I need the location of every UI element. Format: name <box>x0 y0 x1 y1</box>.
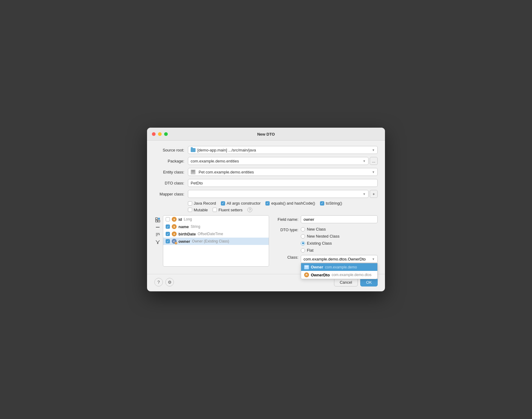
radio-group: New Class New Nested Class Existing Clas… <box>301 227 340 253</box>
package-value: com.example.demo.entities <box>191 159 239 163</box>
new-dto-dialog: New DTO Source root: [demo-app.main] ...… <box>147 128 385 291</box>
tostring-label: toString() <box>326 201 342 206</box>
field-checkbox-name[interactable] <box>166 224 170 229</box>
class-dropdown-popup: Owner com.example.demo R OwnerDto com.ex… <box>301 263 378 279</box>
source-root-row: Source root: [demo-app.main] .../src/mai… <box>154 146 378 154</box>
field-name-id: id <box>178 217 182 222</box>
main-content: a id Long a name String a <box>154 215 378 267</box>
dto-class-row: DTO class: <box>154 179 378 187</box>
field-type-name: String <box>191 224 200 229</box>
radio-flat[interactable]: Flat <box>301 248 340 253</box>
dto-type-label: DTO type: <box>274 227 298 232</box>
equals-hashcode-checkbox[interactable]: equals() and hashCode() <box>265 201 315 206</box>
source-root-dropdown[interactable]: [demo-app.main] .../src/main/java ▼ <box>188 146 378 154</box>
radio-label-flat: Flat <box>307 248 314 253</box>
equals-hashcode-label: equals() and hashCode() <box>271 201 315 206</box>
left-toolbar <box>154 215 163 267</box>
right-panel: Field name: DTO type: New Class New Nest… <box>274 215 378 267</box>
sort-button[interactable] <box>154 231 161 238</box>
owner-item-package: com.example.demo <box>325 265 357 269</box>
dialog-title: New DTO <box>257 132 275 137</box>
mapper-add-button[interactable]: + <box>370 190 378 198</box>
filter-button[interactable] <box>154 239 161 245</box>
mapper-class-dropdown[interactable]: ▼ <box>188 190 368 198</box>
dto-class-label: DTO class: <box>154 181 188 185</box>
tostring-checkbox[interactable]: toString() <box>320 201 342 206</box>
class-dropdown[interactable]: com.example.demo.dtos.OwnerDto ▼ <box>301 255 378 263</box>
entity-class-label: Entity class: <box>154 170 188 174</box>
footer-right: Cancel OK <box>334 278 378 286</box>
chevron-down-icon: ▼ <box>372 148 375 152</box>
package-browse-button[interactable]: ... <box>370 157 378 165</box>
field-badge-owner: C <box>172 239 177 244</box>
mapper-class-row: Mapper class: ▼ + <box>154 190 378 198</box>
fluent-setters-checkbox[interactable]: Fluent setters <box>213 208 243 212</box>
checkboxes-row-2: Mutable Fluent setters ? <box>188 207 378 212</box>
all-args-checkbox[interactable]: All args constructor <box>221 201 261 206</box>
chevron-down-icon: ▼ <box>372 170 375 174</box>
settings-button[interactable]: ⚙ <box>165 278 174 286</box>
svg-rect-7 <box>156 227 160 228</box>
close-button[interactable] <box>152 132 156 136</box>
dropdown-item-ownerdto[interactable]: R OwnerDto com.example.demo.dtos <box>301 271 377 279</box>
deselect-button[interactable] <box>154 224 161 231</box>
field-checkbox-owner[interactable] <box>166 239 170 243</box>
radio-circle-new-nested-class <box>301 234 305 239</box>
field-checkbox-birthdate[interactable] <box>166 232 170 236</box>
field-type-id: Long <box>184 217 192 221</box>
radio-existing-class[interactable]: Existing Class <box>301 241 340 246</box>
entity-class-row: Entity class: Pet com.example.demo.entit… <box>154 168 378 176</box>
package-control: com.example.demo.entities ▼ ... <box>188 157 378 165</box>
package-dropdown[interactable]: com.example.demo.entities ▼ <box>188 157 368 165</box>
radio-circle-existing-class <box>301 241 305 246</box>
radio-circle-new-class <box>301 227 305 231</box>
field-item-owner[interactable]: C owner Owner (Existing Class) <box>163 238 269 245</box>
radio-new-nested-class[interactable]: New Nested Class <box>301 234 340 239</box>
radio-new-class[interactable]: New Class <box>301 227 340 231</box>
dropdown-item-owner[interactable]: Owner com.example.demo <box>301 263 377 271</box>
minimize-button[interactable] <box>158 132 162 136</box>
maximize-button[interactable] <box>164 132 168 136</box>
mapper-class-label: Mapper class: <box>154 192 188 196</box>
package-label: Package: <box>154 159 188 163</box>
class-row: Class: com.example.demo.dtos.OwnerDto ▼ <box>274 255 378 263</box>
java-record-checkbox[interactable]: Java Record <box>188 201 216 206</box>
field-name-input[interactable] <box>301 215 378 223</box>
svg-rect-11 <box>305 266 308 267</box>
radio-label-existing-class: Existing Class <box>307 241 332 246</box>
source-root-label: Source root: <box>154 148 188 152</box>
class-label: Class: <box>274 255 298 260</box>
all-args-label: All args constructor <box>227 201 261 206</box>
source-root-value: [demo-app.main] .../src/main/java <box>197 148 256 152</box>
field-item-id[interactable]: a id Long <box>163 216 269 223</box>
fluent-setters-help-icon[interactable]: ? <box>247 207 252 212</box>
entity-class-dropdown[interactable]: Pet com.example.demo.entities ▼ <box>188 168 378 176</box>
left-panel: a id Long a name String a <box>154 215 269 267</box>
mapper-class-control: ▼ + <box>188 190 378 198</box>
dto-type-row: DTO type: New Class New Nested Class <box>274 227 378 253</box>
field-name-owner: owner <box>178 239 190 244</box>
dto-class-input[interactable] <box>188 179 378 187</box>
entity-class-value: Pet com.example.demo.entities <box>199 170 254 174</box>
field-item-name[interactable]: a name String <box>163 223 269 230</box>
mutable-checkbox[interactable]: Mutable <box>188 208 208 212</box>
field-name-row: Field name: <box>274 215 378 223</box>
radio-label-new-nested-class: New Nested Class <box>307 234 340 239</box>
svg-rect-1 <box>191 172 195 172</box>
cancel-button[interactable]: Cancel <box>334 278 358 286</box>
field-checkbox-id[interactable] <box>166 217 170 221</box>
ownerdto-r-icon: R <box>304 272 309 277</box>
field-item-birthdate[interactable]: a birthDate OffsetDateTime <box>163 230 269 238</box>
help-button[interactable]: ? <box>154 278 163 286</box>
svg-rect-2 <box>191 173 195 173</box>
field-name-birthdate: birthDate <box>178 232 196 236</box>
svg-rect-13 <box>305 268 308 268</box>
source-root-control: [demo-app.main] .../src/main/java ▼ <box>188 146 378 154</box>
svg-rect-4 <box>158 218 160 220</box>
fluent-setters-label: Fluent setters <box>218 208 243 212</box>
svg-rect-5 <box>156 220 157 222</box>
ownerdto-item-package: com.example.demo.dtos <box>332 273 372 277</box>
ok-button[interactable]: OK <box>360 278 378 286</box>
mutable-label: Mutable <box>194 208 208 212</box>
select-all-button[interactable] <box>154 217 161 223</box>
